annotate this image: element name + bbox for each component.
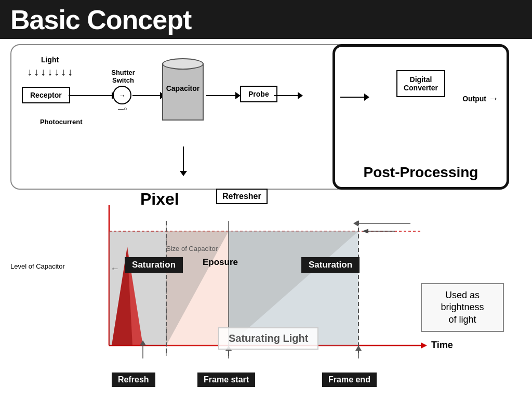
digital-converter-box: Digital Converter bbox=[396, 70, 445, 97]
capacitor-wrap: Capacitor bbox=[162, 58, 204, 127]
arrow-shutter-cap bbox=[132, 95, 162, 96]
output-section: Output → bbox=[462, 92, 499, 104]
chart-area: Time Size of Capacitor bbox=[10, 195, 520, 392]
shutter-switch-symbol: —○ bbox=[118, 105, 127, 112]
light-section: Light ↓ ↓ ↓ ↓ ↓ ↓ ↓ bbox=[27, 56, 73, 78]
arrow-2: ↓ bbox=[34, 66, 39, 78]
saturation-badge-right: Saturation bbox=[301, 257, 360, 273]
arrow-4: ↓ bbox=[47, 66, 52, 78]
pixel-box: Light ↓ ↓ ↓ ↓ ↓ ↓ ↓ Receptor Photocurren… bbox=[10, 44, 348, 190]
refresh-label: Refresh bbox=[112, 373, 155, 387]
exposure-label: Eposure bbox=[203, 257, 238, 268]
post-processing-title: Post-Processing bbox=[335, 164, 507, 181]
arrow-probe-digital bbox=[274, 95, 300, 96]
arrow-cap-probe bbox=[206, 95, 237, 96]
light-arrows: ↓ ↓ ↓ ↓ ↓ ↓ ↓ bbox=[27, 66, 73, 78]
light-label: Light bbox=[27, 56, 73, 64]
probe-box: Probe bbox=[240, 86, 277, 102]
cap-label: Capacitor bbox=[162, 84, 204, 92]
svg-marker-25 bbox=[353, 220, 358, 227]
arrow-7: ↓ bbox=[68, 66, 73, 78]
shutter-circle: → bbox=[113, 86, 131, 104]
svg-marker-2 bbox=[421, 342, 427, 349]
svg-marker-23 bbox=[355, 345, 362, 351]
saturating-light-label: Saturating Light bbox=[218, 327, 318, 350]
frame-start-label: Frame start bbox=[197, 373, 255, 387]
arrow-1: ↓ bbox=[27, 66, 32, 78]
arrow-5: ↓ bbox=[54, 66, 59, 78]
output-arrow-icon: → bbox=[488, 92, 499, 104]
photocurrent-label: Photocurrent bbox=[40, 118, 83, 126]
arrow-3: ↓ bbox=[41, 66, 46, 78]
arrow-6: ↓ bbox=[61, 66, 66, 78]
arrowhead-into-digital bbox=[364, 94, 369, 101]
receptor-box: Receptor bbox=[22, 87, 70, 103]
frame-end-label: Frame end bbox=[322, 373, 377, 387]
saturation-left-arrow: ← bbox=[110, 263, 119, 274]
post-processing-box: Digital Converter Output → Post-Processi… bbox=[332, 44, 509, 190]
arrow-into-digital bbox=[340, 97, 366, 98]
cap-top-ellipse bbox=[162, 58, 204, 70]
page-title: Basic Concept bbox=[10, 4, 191, 35]
svg-text:Size of Capacitor: Size of Capacitor bbox=[166, 245, 218, 252]
svg-text:Time: Time bbox=[431, 340, 453, 350]
refresher-down-arrowhead bbox=[180, 171, 187, 176]
arrowhead-digital bbox=[298, 92, 303, 99]
shutter-label: Shutter Switch bbox=[108, 61, 139, 84]
y-axis-label: Level of Capacitor bbox=[10, 262, 65, 270]
saturation-badge-left: Saturation bbox=[125, 257, 183, 273]
refresher-down-arrow-line bbox=[183, 147, 184, 172]
arrow-receptor-shutter bbox=[69, 95, 114, 96]
brightness-box: Used as brightness of light bbox=[421, 283, 504, 332]
header: Basic Concept bbox=[0, 0, 532, 39]
